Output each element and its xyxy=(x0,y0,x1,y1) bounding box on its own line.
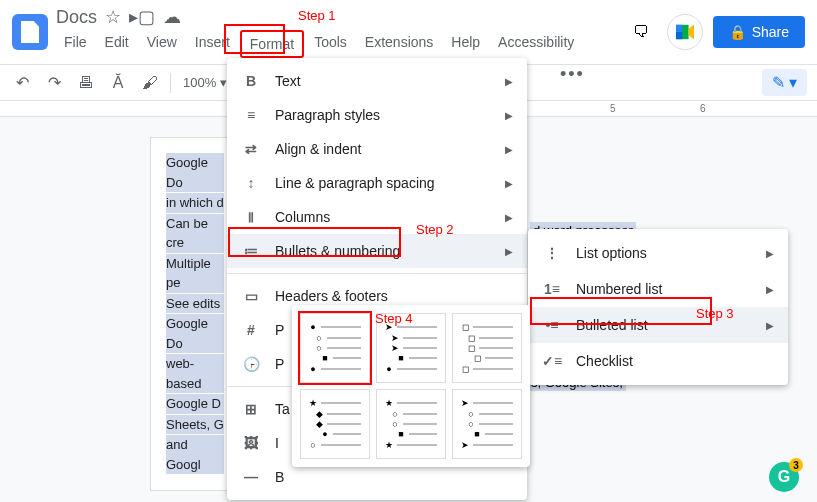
document-line: See edits xyxy=(166,294,224,314)
bullet-mark-icon: ○ xyxy=(391,409,399,419)
bullet-mark-icon: ➤ xyxy=(461,398,469,408)
comment-history-icon[interactable]: 🗨 xyxy=(625,16,657,48)
share-button[interactable]: 🔒 Share xyxy=(713,16,805,48)
submenu-item-icon: ⋮ xyxy=(542,243,562,263)
ruler-mark: 5 xyxy=(610,103,616,114)
menu-accessibility[interactable]: Accessibility xyxy=(490,30,582,58)
format-item-columns[interactable]: ⦀Columns▶ xyxy=(227,200,527,234)
redo-icon[interactable]: ↷ xyxy=(42,71,66,95)
bullet-mark-icon: ◻ xyxy=(461,364,469,374)
preset-line xyxy=(321,444,361,446)
menu-insert[interactable]: Insert xyxy=(187,30,238,58)
bullet-mark-icon: ◻ xyxy=(467,333,475,343)
grammarly-icon[interactable]: G xyxy=(769,462,799,492)
print-icon[interactable]: 🖶 xyxy=(74,71,98,95)
bullet-mark-icon: ● xyxy=(309,364,317,374)
preset-line xyxy=(321,368,361,370)
bullet-preset-4[interactable]: ★◆◆●○ xyxy=(300,389,370,459)
menu-item-icon: 🖼 xyxy=(241,433,261,453)
format-item-paragraph-styles[interactable]: ≡Paragraph styles▶ xyxy=(227,98,527,132)
menu-item-icon: 🕞 xyxy=(241,354,261,374)
format-item-line-paragraph-spacing[interactable]: ↕Line & paragraph spacing▶ xyxy=(227,166,527,200)
bullet-preset-6[interactable]: ➤○○■➤ xyxy=(452,389,522,459)
preset-row: ◻ xyxy=(461,353,513,363)
svg-rect-3 xyxy=(676,32,682,39)
bullet-preset-3[interactable]: ◻◻◻◻◻ xyxy=(452,313,522,383)
bullet-mark-icon: ★ xyxy=(385,440,393,450)
submenu-item-list-options[interactable]: ⋮List options▶ xyxy=(528,235,788,271)
submenu-item-checklist[interactable]: ✓≡Checklist xyxy=(528,343,788,379)
spellcheck-icon[interactable]: Ă xyxy=(106,71,130,95)
bullet-preset-1[interactable]: ●○○■● xyxy=(300,313,370,383)
bullet-mark-icon: ○ xyxy=(309,440,317,450)
preset-line xyxy=(485,433,513,435)
preset-line xyxy=(479,337,513,339)
bullet-mark-icon: ◻ xyxy=(461,322,469,332)
more-options-icon[interactable]: ••• xyxy=(560,64,585,85)
meet-icon[interactable] xyxy=(667,14,703,50)
preset-row: ○ xyxy=(309,343,361,353)
submenu-item-bulleted-list[interactable]: •≡Bulleted list▶ xyxy=(528,307,788,343)
menu-format[interactable]: Format xyxy=(240,30,304,58)
preset-line xyxy=(479,413,513,415)
undo-icon[interactable]: ↶ xyxy=(10,71,34,95)
preset-line xyxy=(327,337,361,339)
preset-line xyxy=(403,423,437,425)
menu-item-label: P xyxy=(275,356,284,372)
menu-item-label: P xyxy=(275,322,284,338)
preset-line xyxy=(479,347,513,349)
document-line: Sheets, G xyxy=(166,415,224,435)
submenu-item-numbered-list[interactable]: 1≡Numbered list▶ xyxy=(528,271,788,307)
menu-item-icon: ↕ xyxy=(241,173,261,193)
bullet-mark-icon: ○ xyxy=(467,419,475,429)
title-area: Docs ☆ ▸▢ ☁ FileEditViewInsertFormatTool… xyxy=(56,6,617,58)
preset-line xyxy=(473,444,513,446)
bullet-mark-icon: ➤ xyxy=(391,343,399,353)
menu-edit[interactable]: Edit xyxy=(97,30,137,58)
bullet-preset-5[interactable]: ★○○■★ xyxy=(376,389,446,459)
menu-bar: FileEditViewInsertFormatToolsExtensionsH… xyxy=(56,30,617,58)
bullet-mark-icon: ■ xyxy=(473,429,481,439)
preset-row: ○ xyxy=(385,409,437,419)
bullet-mark-icon: ● xyxy=(321,429,329,439)
bullet-mark-icon: ★ xyxy=(309,398,317,408)
preset-line xyxy=(403,337,437,339)
app-header: Docs ☆ ▸▢ ☁ FileEditViewInsertFormatTool… xyxy=(0,0,817,64)
preset-line xyxy=(397,402,437,404)
menu-file[interactable]: File xyxy=(56,30,95,58)
move-icon[interactable]: ▸▢ xyxy=(129,6,155,28)
format-item-bullets-numbering[interactable]: ≔Bullets & numbering▶ xyxy=(227,234,527,268)
menu-help[interactable]: Help xyxy=(443,30,488,58)
bullets-numbering-submenu: ⋮List options▶1≡Numbered list▶•≡Bulleted… xyxy=(528,229,788,385)
preset-line xyxy=(409,357,437,359)
menu-extensions[interactable]: Extensions xyxy=(357,30,441,58)
preset-row: ◻ xyxy=(461,333,513,343)
preset-row: ○ xyxy=(461,419,513,429)
format-item-align-indent[interactable]: ⇄Align & indent▶ xyxy=(227,132,527,166)
annotation-step-4: Step 4 xyxy=(375,311,413,326)
document-line: web-based xyxy=(166,354,224,393)
bullet-mark-icon: ■ xyxy=(397,429,405,439)
menu-item-icon: ⊞ xyxy=(241,399,261,419)
menu-view[interactable]: View xyxy=(139,30,185,58)
submenu-arrow-icon: ▶ xyxy=(505,110,513,121)
format-item-text[interactable]: BText▶ xyxy=(227,64,527,98)
cloud-icon[interactable]: ☁ xyxy=(163,6,181,28)
bullet-mark-icon: ➤ xyxy=(391,333,399,343)
menu-item-icon: ⇄ xyxy=(241,139,261,159)
preset-line xyxy=(327,347,361,349)
annotation-step-1: Step 1 xyxy=(298,8,336,23)
editing-mode-button[interactable]: ✎ ▾ xyxy=(762,69,807,96)
paint-format-icon[interactable]: 🖌 xyxy=(138,71,162,95)
zoom-dropdown[interactable]: 100% ▾ xyxy=(179,75,231,90)
preset-row: ◆ xyxy=(309,419,361,429)
document-title[interactable]: Docs ☆ ▸▢ ☁ xyxy=(56,6,617,28)
dropdown-caret-icon: ▾ xyxy=(789,73,797,92)
preset-line xyxy=(327,413,361,415)
menu-item-icon: ― xyxy=(241,467,261,487)
preset-row: ★ xyxy=(385,398,437,408)
star-icon[interactable]: ☆ xyxy=(105,6,121,28)
menu-item-label: Align & indent xyxy=(275,141,361,157)
preset-line xyxy=(321,326,361,328)
menu-tools[interactable]: Tools xyxy=(306,30,355,58)
